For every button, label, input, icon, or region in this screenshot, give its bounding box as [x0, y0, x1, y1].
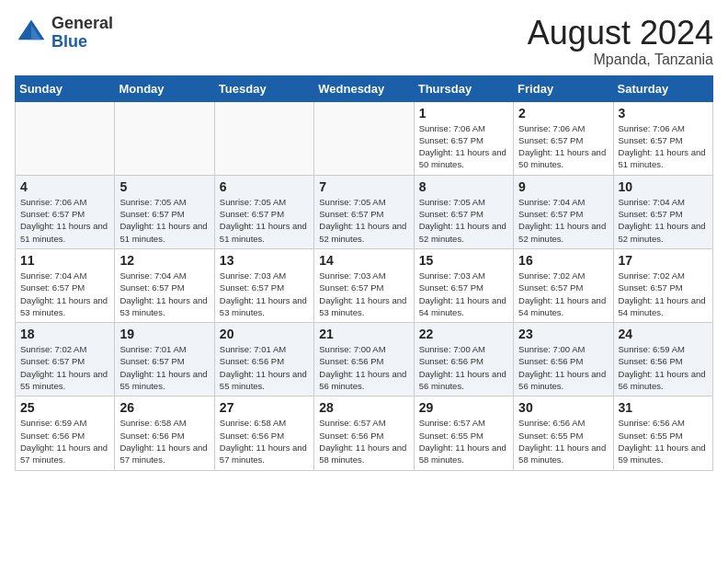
day-info: Sunrise: 6:56 AM Sunset: 6:55 PM Dayligh…	[518, 417, 608, 465]
calendar-cell: 22Sunrise: 7:00 AM Sunset: 6:56 PM Dayli…	[414, 323, 513, 396]
calendar-cell: 7Sunrise: 7:05 AM Sunset: 6:57 PM Daylig…	[314, 175, 414, 248]
col-header-wednesday: Wednesday	[314, 75, 414, 101]
title-block: August 2024 Mpanda, Tanzania	[528, 15, 713, 68]
col-header-friday: Friday	[514, 75, 613, 101]
logo-icon	[15, 17, 48, 50]
day-number: 14	[319, 253, 408, 268]
day-number: 30	[518, 400, 608, 415]
col-header-monday: Monday	[115, 75, 214, 101]
day-info: Sunrise: 7:03 AM Sunset: 6:57 PM Dayligh…	[319, 270, 408, 318]
calendar-cell: 25Sunrise: 6:59 AM Sunset: 6:56 PM Dayli…	[16, 396, 115, 470]
calendar-header-row: SundayMondayTuesdayWednesdayThursdayFrid…	[16, 75, 713, 101]
day-info: Sunrise: 7:02 AM Sunset: 6:57 PM Dayligh…	[518, 270, 608, 318]
day-number: 23	[518, 327, 608, 341]
calendar-cell: 15Sunrise: 7:03 AM Sunset: 6:57 PM Dayli…	[414, 248, 513, 322]
col-header-sunday: Sunday	[16, 75, 115, 101]
day-info: Sunrise: 7:06 AM Sunset: 6:57 PM Dayligh…	[518, 122, 608, 171]
calendar-cell: 6Sunrise: 7:05 AM Sunset: 6:57 PM Daylig…	[214, 175, 313, 248]
day-number: 17	[619, 253, 708, 268]
day-info: Sunrise: 7:02 AM Sunset: 6:57 PM Dayligh…	[20, 343, 109, 392]
day-number: 4	[20, 179, 109, 194]
calendar-cell: 28Sunrise: 6:57 AM Sunset: 6:56 PM Dayli…	[314, 396, 414, 470]
day-info: Sunrise: 7:05 AM Sunset: 6:57 PM Dayligh…	[419, 196, 508, 245]
calendar-cell: 18Sunrise: 7:02 AM Sunset: 6:57 PM Dayli…	[16, 323, 115, 396]
day-info: Sunrise: 6:59 AM Sunset: 6:56 PM Dayligh…	[20, 417, 109, 465]
day-info: Sunrise: 7:02 AM Sunset: 6:57 PM Dayligh…	[619, 270, 708, 318]
calendar-cell: 14Sunrise: 7:03 AM Sunset: 6:57 PM Dayli…	[314, 248, 414, 322]
day-info: Sunrise: 7:03 AM Sunset: 6:57 PM Dayligh…	[220, 270, 309, 318]
day-number: 20	[220, 327, 309, 341]
calendar-cell: 21Sunrise: 7:00 AM Sunset: 6:56 PM Dayli…	[314, 323, 414, 396]
day-info: Sunrise: 6:58 AM Sunset: 6:56 PM Dayligh…	[119, 417, 209, 465]
calendar-cell: 31Sunrise: 6:56 AM Sunset: 6:55 PM Dayli…	[613, 396, 712, 470]
logo-general: General	[51, 14, 113, 32]
calendar-week-row: 1Sunrise: 7:06 AM Sunset: 6:57 PM Daylig…	[16, 101, 713, 175]
day-number: 3	[619, 106, 708, 121]
day-number: 8	[419, 179, 508, 194]
day-info: Sunrise: 7:05 AM Sunset: 6:57 PM Dayligh…	[319, 196, 408, 245]
day-number: 31	[619, 400, 708, 415]
day-info: Sunrise: 7:00 AM Sunset: 6:56 PM Dayligh…	[319, 343, 408, 392]
day-info: Sunrise: 7:03 AM Sunset: 6:57 PM Dayligh…	[419, 270, 508, 318]
calendar-cell: 5Sunrise: 7:05 AM Sunset: 6:57 PM Daylig…	[115, 175, 214, 248]
day-info: Sunrise: 7:05 AM Sunset: 6:57 PM Dayligh…	[220, 196, 309, 245]
day-info: Sunrise: 6:57 AM Sunset: 6:55 PM Dayligh…	[419, 417, 508, 465]
logo-text: General Blue	[51, 15, 113, 52]
calendar-cell: 29Sunrise: 6:57 AM Sunset: 6:55 PM Dayli…	[414, 396, 513, 470]
day-info: Sunrise: 6:56 AM Sunset: 6:55 PM Dayligh…	[619, 417, 708, 465]
day-info: Sunrise: 6:57 AM Sunset: 6:56 PM Dayligh…	[319, 417, 408, 465]
calendar-week-row: 18Sunrise: 7:02 AM Sunset: 6:57 PM Dayli…	[16, 323, 713, 396]
month-year: August 2024	[528, 15, 713, 52]
calendar-week-row: 25Sunrise: 6:59 AM Sunset: 6:56 PM Dayli…	[16, 396, 713, 470]
calendar-cell: 24Sunrise: 6:59 AM Sunset: 6:56 PM Dayli…	[613, 323, 712, 396]
day-info: Sunrise: 7:04 AM Sunset: 6:57 PM Dayligh…	[20, 270, 109, 318]
calendar-cell: 11Sunrise: 7:04 AM Sunset: 6:57 PM Dayli…	[16, 248, 115, 322]
logo: General Blue	[15, 15, 113, 52]
day-number: 27	[220, 400, 309, 415]
calendar-cell: 17Sunrise: 7:02 AM Sunset: 6:57 PM Dayli…	[613, 248, 712, 322]
calendar-cell: 12Sunrise: 7:04 AM Sunset: 6:57 PM Dayli…	[115, 248, 214, 322]
day-number: 22	[419, 327, 508, 341]
day-number: 16	[518, 253, 608, 268]
day-number: 28	[319, 400, 408, 415]
logo-blue: Blue	[51, 32, 87, 51]
calendar-cell: 20Sunrise: 7:01 AM Sunset: 6:56 PM Dayli…	[214, 323, 313, 396]
day-number: 19	[119, 327, 209, 341]
day-info: Sunrise: 7:04 AM Sunset: 6:57 PM Dayligh…	[619, 196, 708, 245]
day-info: Sunrise: 7:00 AM Sunset: 6:56 PM Dayligh…	[518, 343, 608, 392]
day-info: Sunrise: 7:00 AM Sunset: 6:56 PM Dayligh…	[419, 343, 508, 392]
day-number: 15	[419, 253, 508, 268]
location: Mpanda, Tanzania	[528, 52, 713, 68]
calendar-cell: 30Sunrise: 6:56 AM Sunset: 6:55 PM Dayli…	[514, 396, 613, 470]
day-number: 10	[619, 179, 708, 194]
day-info: Sunrise: 7:06 AM Sunset: 6:57 PM Dayligh…	[20, 196, 109, 245]
day-number: 2	[518, 106, 608, 121]
day-number: 11	[20, 253, 109, 268]
day-number: 29	[419, 400, 508, 415]
calendar-cell: 2Sunrise: 7:06 AM Sunset: 6:57 PM Daylig…	[514, 101, 613, 175]
calendar-cell: 10Sunrise: 7:04 AM Sunset: 6:57 PM Dayli…	[613, 175, 712, 248]
calendar-cell: 9Sunrise: 7:04 AM Sunset: 6:57 PM Daylig…	[514, 175, 613, 248]
col-header-tuesday: Tuesday	[214, 75, 313, 101]
day-info: Sunrise: 7:05 AM Sunset: 6:57 PM Dayligh…	[119, 196, 209, 245]
day-info: Sunrise: 7:01 AM Sunset: 6:57 PM Dayligh…	[119, 343, 209, 392]
day-number: 12	[119, 253, 209, 268]
day-number: 5	[119, 179, 209, 194]
day-number: 7	[319, 179, 408, 194]
calendar-cell: 3Sunrise: 7:06 AM Sunset: 6:57 PM Daylig…	[613, 101, 712, 175]
calendar-cell	[214, 101, 313, 175]
calendar-cell: 1Sunrise: 7:06 AM Sunset: 6:57 PM Daylig…	[414, 101, 513, 175]
day-info: Sunrise: 7:06 AM Sunset: 6:57 PM Dayligh…	[419, 122, 508, 171]
day-info: Sunrise: 6:59 AM Sunset: 6:56 PM Dayligh…	[619, 343, 708, 392]
col-header-thursday: Thursday	[414, 75, 513, 101]
day-number: 1	[419, 106, 508, 121]
day-info: Sunrise: 7:04 AM Sunset: 6:57 PM Dayligh…	[518, 196, 608, 245]
calendar-cell	[115, 101, 214, 175]
day-info: Sunrise: 7:01 AM Sunset: 6:56 PM Dayligh…	[220, 343, 309, 392]
calendar-cell: 23Sunrise: 7:00 AM Sunset: 6:56 PM Dayli…	[514, 323, 613, 396]
page-header: General Blue August 2024 Mpanda, Tanzani…	[15, 15, 713, 68]
calendar-week-row: 4Sunrise: 7:06 AM Sunset: 6:57 PM Daylig…	[16, 175, 713, 248]
day-number: 6	[220, 179, 309, 194]
day-number: 24	[619, 327, 708, 341]
calendar-cell: 26Sunrise: 6:58 AM Sunset: 6:56 PM Dayli…	[115, 396, 214, 470]
